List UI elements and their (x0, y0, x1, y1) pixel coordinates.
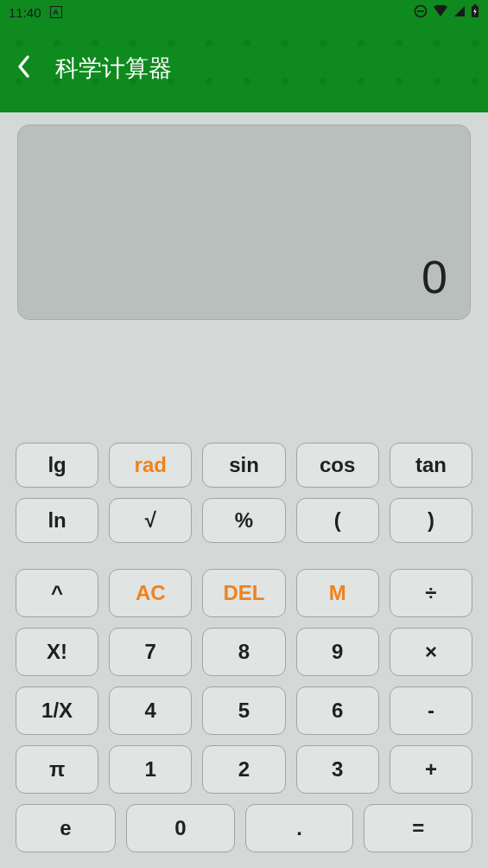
rad-button[interactable]: rad (109, 443, 192, 488)
pi-button[interactable]: π (16, 745, 98, 794)
battery-icon (471, 4, 479, 21)
del-button[interactable]: DEL (202, 569, 285, 617)
decimal-button[interactable]: . (245, 804, 354, 852)
reciprocal-button[interactable]: 1/X (16, 686, 98, 735)
digit-8-button[interactable]: 8 (202, 628, 285, 676)
ln-button[interactable]: ln (16, 498, 98, 543)
status-icon-a: A (50, 6, 62, 18)
digit-6-button[interactable]: 6 (296, 686, 379, 735)
subtract-button[interactable]: - (390, 686, 472, 735)
lparen-button[interactable]: ( (296, 498, 379, 543)
power-button[interactable]: ^ (16, 569, 98, 617)
app-header: 科学计算器 (0, 24, 488, 112)
sqrt-button[interactable]: √ (109, 498, 192, 543)
cos-button[interactable]: cos (296, 443, 379, 488)
display-value: 0 (421, 250, 447, 303)
keypad: lg rad sin cos tan ln √ % ( ) ^ AC DEL M… (16, 443, 472, 852)
signal-icon (453, 5, 466, 20)
e-button[interactable]: e (16, 804, 116, 852)
digit-7-button[interactable]: 7 (109, 628, 192, 676)
status-bar: 11:40 A (0, 0, 488, 24)
equals-button[interactable]: = (364, 804, 472, 852)
svg-rect-3 (474, 4, 477, 6)
lg-button[interactable]: lg (16, 443, 98, 488)
digit-0-button[interactable]: 0 (126, 804, 235, 852)
tan-button[interactable]: tan (390, 443, 472, 488)
digit-5-button[interactable]: 5 (202, 686, 285, 735)
digit-1-button[interactable]: 1 (109, 745, 192, 794)
ac-button[interactable]: AC (109, 569, 192, 617)
percent-button[interactable]: % (202, 498, 285, 543)
wifi-icon (433, 5, 448, 20)
page-title: 科学计算器 (55, 53, 172, 84)
digit-2-button[interactable]: 2 (202, 745, 285, 794)
calculator-display: 0 (17, 124, 471, 320)
add-button[interactable]: + (390, 745, 472, 794)
rparen-button[interactable]: ) (390, 498, 472, 543)
factorial-button[interactable]: X! (16, 628, 98, 676)
digit-9-button[interactable]: 9 (296, 628, 379, 676)
divide-button[interactable]: ÷ (390, 569, 472, 617)
digit-3-button[interactable]: 3 (296, 745, 379, 794)
sin-button[interactable]: sin (202, 443, 285, 488)
back-button[interactable] (16, 54, 33, 84)
memory-button[interactable]: M (296, 569, 379, 617)
multiply-button[interactable]: × (390, 628, 472, 676)
digit-4-button[interactable]: 4 (109, 686, 192, 735)
status-time: 11:40 (9, 5, 41, 20)
dnd-icon (414, 4, 428, 21)
